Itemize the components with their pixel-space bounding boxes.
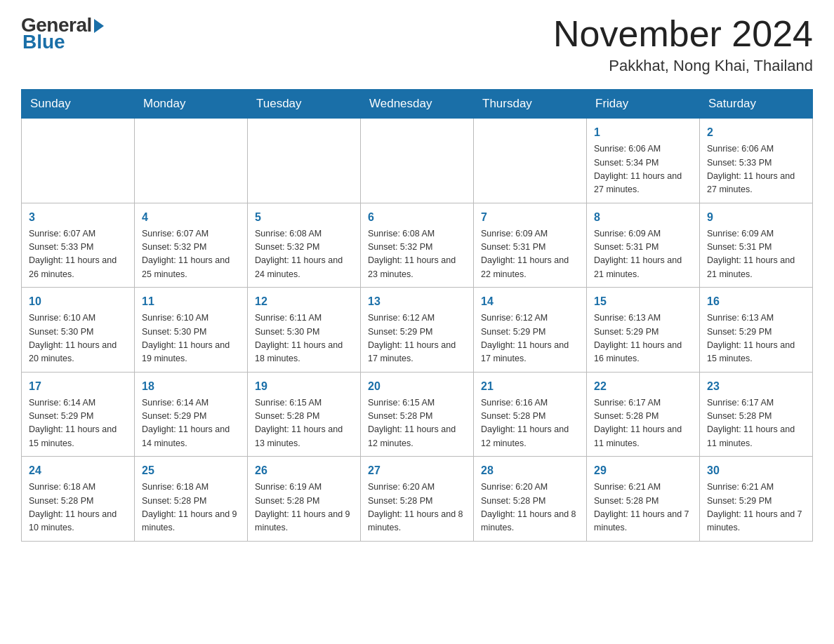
day-number: 28 xyxy=(481,462,579,479)
day-number: 21 xyxy=(481,378,579,395)
calendar-week-row: 3Sunrise: 6:07 AM Sunset: 5:33 PM Daylig… xyxy=(22,203,813,288)
calendar-day-cell xyxy=(361,119,474,203)
day-number: 6 xyxy=(368,209,466,226)
logo-blue-text: Blue xyxy=(22,31,65,53)
day-number: 2 xyxy=(707,124,805,141)
day-info: Sunrise: 6:13 AM Sunset: 5:29 PM Dayligh… xyxy=(707,311,805,366)
day-info: Sunrise: 6:07 AM Sunset: 5:33 PM Dayligh… xyxy=(29,227,127,282)
calendar-day-cell: 18Sunrise: 6:14 AM Sunset: 5:29 PM Dayli… xyxy=(135,372,248,457)
calendar-week-row: 24Sunrise: 6:18 AM Sunset: 5:28 PM Dayli… xyxy=(22,457,813,542)
calendar-day-cell: 13Sunrise: 6:12 AM Sunset: 5:29 PM Dayli… xyxy=(361,288,474,373)
calendar-day-cell: 4Sunrise: 6:07 AM Sunset: 5:32 PM Daylig… xyxy=(135,203,248,288)
logo-arrow-icon xyxy=(94,19,104,33)
calendar-day-cell: 29Sunrise: 6:21 AM Sunset: 5:28 PM Dayli… xyxy=(587,457,700,542)
calendar-day-cell: 22Sunrise: 6:17 AM Sunset: 5:28 PM Dayli… xyxy=(587,372,700,457)
day-number: 5 xyxy=(255,209,353,226)
calendar-day-cell: 21Sunrise: 6:16 AM Sunset: 5:28 PM Dayli… xyxy=(474,372,587,457)
day-info: Sunrise: 6:09 AM Sunset: 5:31 PM Dayligh… xyxy=(594,227,692,282)
day-info: Sunrise: 6:08 AM Sunset: 5:32 PM Dayligh… xyxy=(255,227,353,282)
day-number: 17 xyxy=(29,378,127,395)
calendar-day-cell: 6Sunrise: 6:08 AM Sunset: 5:32 PM Daylig… xyxy=(361,203,474,288)
day-number: 8 xyxy=(594,209,692,226)
page-header: General Blue November 2024 Pakkhat, Nong… xyxy=(21,14,813,75)
calendar-day-header: Friday xyxy=(587,90,700,119)
day-number: 1 xyxy=(594,124,692,141)
day-number: 15 xyxy=(594,293,692,310)
day-info: Sunrise: 6:19 AM Sunset: 5:28 PM Dayligh… xyxy=(255,481,353,535)
day-number: 14 xyxy=(481,293,579,310)
calendar-day-cell: 17Sunrise: 6:14 AM Sunset: 5:29 PM Dayli… xyxy=(22,372,135,457)
day-info: Sunrise: 6:17 AM Sunset: 5:28 PM Dayligh… xyxy=(707,396,805,451)
day-number: 4 xyxy=(142,209,240,226)
calendar-day-cell: 26Sunrise: 6:19 AM Sunset: 5:28 PM Dayli… xyxy=(248,457,361,542)
calendar-day-cell: 30Sunrise: 6:21 AM Sunset: 5:29 PM Dayli… xyxy=(700,457,813,542)
calendar-day-header: Sunday xyxy=(22,90,135,119)
day-info: Sunrise: 6:20 AM Sunset: 5:28 PM Dayligh… xyxy=(368,481,466,535)
calendar-day-cell: 5Sunrise: 6:08 AM Sunset: 5:32 PM Daylig… xyxy=(248,203,361,288)
calendar-week-row: 1Sunrise: 6:06 AM Sunset: 5:34 PM Daylig… xyxy=(22,119,813,203)
calendar-day-header: Thursday xyxy=(474,90,587,119)
calendar-header-row: SundayMondayTuesdayWednesdayThursdayFrid… xyxy=(22,90,813,119)
day-number: 30 xyxy=(707,462,805,479)
day-number: 13 xyxy=(368,293,466,310)
day-info: Sunrise: 6:10 AM Sunset: 5:30 PM Dayligh… xyxy=(29,311,127,366)
calendar-day-cell: 20Sunrise: 6:15 AM Sunset: 5:28 PM Dayli… xyxy=(361,372,474,457)
calendar-day-cell xyxy=(248,119,361,203)
title-area: November 2024 Pakkhat, Nong Khai, Thaila… xyxy=(553,14,813,75)
calendar-day-cell xyxy=(474,119,587,203)
day-number: 29 xyxy=(594,462,692,479)
calendar-day-cell: 15Sunrise: 6:13 AM Sunset: 5:29 PM Dayli… xyxy=(587,288,700,373)
day-info: Sunrise: 6:21 AM Sunset: 5:28 PM Dayligh… xyxy=(594,481,692,535)
calendar-day-header: Saturday xyxy=(700,90,813,119)
calendar-day-cell: 19Sunrise: 6:15 AM Sunset: 5:28 PM Dayli… xyxy=(248,372,361,457)
day-info: Sunrise: 6:06 AM Sunset: 5:34 PM Dayligh… xyxy=(594,142,692,197)
calendar-day-header: Wednesday xyxy=(361,90,474,119)
day-info: Sunrise: 6:15 AM Sunset: 5:28 PM Dayligh… xyxy=(255,396,353,451)
day-info: Sunrise: 6:18 AM Sunset: 5:28 PM Dayligh… xyxy=(142,481,240,535)
month-title: November 2024 xyxy=(553,14,813,54)
calendar-day-cell xyxy=(22,119,135,203)
location-subtitle: Pakkhat, Nong Khai, Thailand xyxy=(553,57,813,75)
day-info: Sunrise: 6:09 AM Sunset: 5:31 PM Dayligh… xyxy=(481,227,579,282)
day-number: 3 xyxy=(29,209,127,226)
calendar-day-cell: 16Sunrise: 6:13 AM Sunset: 5:29 PM Dayli… xyxy=(700,288,813,373)
day-info: Sunrise: 6:17 AM Sunset: 5:28 PM Dayligh… xyxy=(594,396,692,451)
calendar-day-header: Tuesday xyxy=(248,90,361,119)
day-number: 26 xyxy=(255,462,353,479)
day-number: 19 xyxy=(255,378,353,395)
calendar-day-cell: 25Sunrise: 6:18 AM Sunset: 5:28 PM Dayli… xyxy=(135,457,248,542)
calendar-day-cell: 23Sunrise: 6:17 AM Sunset: 5:28 PM Dayli… xyxy=(700,372,813,457)
calendar-table: SundayMondayTuesdayWednesdayThursdayFrid… xyxy=(21,89,813,542)
calendar-week-row: 10Sunrise: 6:10 AM Sunset: 5:30 PM Dayli… xyxy=(22,288,813,373)
day-number: 25 xyxy=(142,462,240,479)
calendar-day-header: Monday xyxy=(135,90,248,119)
day-info: Sunrise: 6:11 AM Sunset: 5:30 PM Dayligh… xyxy=(255,311,353,366)
day-number: 24 xyxy=(29,462,127,479)
day-number: 20 xyxy=(368,378,466,395)
calendar-day-cell: 9Sunrise: 6:09 AM Sunset: 5:31 PM Daylig… xyxy=(700,203,813,288)
day-number: 12 xyxy=(255,293,353,310)
day-info: Sunrise: 6:14 AM Sunset: 5:29 PM Dayligh… xyxy=(142,396,240,451)
day-info: Sunrise: 6:21 AM Sunset: 5:29 PM Dayligh… xyxy=(707,481,805,535)
day-number: 27 xyxy=(368,462,466,479)
calendar-day-cell: 8Sunrise: 6:09 AM Sunset: 5:31 PM Daylig… xyxy=(587,203,700,288)
day-number: 18 xyxy=(142,378,240,395)
calendar-day-cell xyxy=(135,119,248,203)
day-number: 10 xyxy=(29,293,127,310)
day-info: Sunrise: 6:16 AM Sunset: 5:28 PM Dayligh… xyxy=(481,396,579,451)
calendar-day-cell: 14Sunrise: 6:12 AM Sunset: 5:29 PM Dayli… xyxy=(474,288,587,373)
day-info: Sunrise: 6:18 AM Sunset: 5:28 PM Dayligh… xyxy=(29,481,127,535)
day-info: Sunrise: 6:12 AM Sunset: 5:29 PM Dayligh… xyxy=(368,311,466,366)
day-info: Sunrise: 6:13 AM Sunset: 5:29 PM Dayligh… xyxy=(594,311,692,366)
day-info: Sunrise: 6:08 AM Sunset: 5:32 PM Dayligh… xyxy=(368,227,466,282)
day-number: 16 xyxy=(707,293,805,310)
calendar-day-cell: 12Sunrise: 6:11 AM Sunset: 5:30 PM Dayli… xyxy=(248,288,361,373)
calendar-day-cell: 1Sunrise: 6:06 AM Sunset: 5:34 PM Daylig… xyxy=(587,119,700,203)
calendar-day-cell: 7Sunrise: 6:09 AM Sunset: 5:31 PM Daylig… xyxy=(474,203,587,288)
calendar-day-cell: 27Sunrise: 6:20 AM Sunset: 5:28 PM Dayli… xyxy=(361,457,474,542)
day-number: 11 xyxy=(142,293,240,310)
calendar-day-cell: 11Sunrise: 6:10 AM Sunset: 5:30 PM Dayli… xyxy=(135,288,248,373)
calendar-day-cell: 24Sunrise: 6:18 AM Sunset: 5:28 PM Dayli… xyxy=(22,457,135,542)
day-number: 22 xyxy=(594,378,692,395)
calendar-week-row: 17Sunrise: 6:14 AM Sunset: 5:29 PM Dayli… xyxy=(22,372,813,457)
